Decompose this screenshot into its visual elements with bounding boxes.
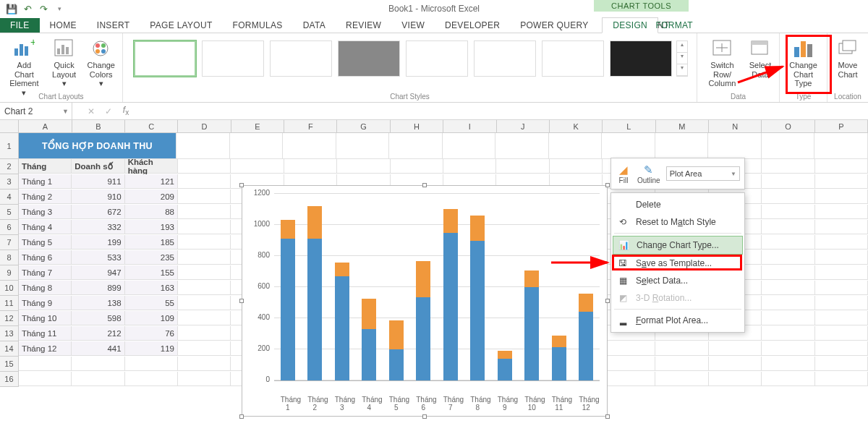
cell[interactable] <box>230 133 284 159</box>
cell[interactable] <box>495 133 549 159</box>
cell[interactable] <box>815 311 868 325</box>
cell[interactable] <box>762 159 814 174</box>
col-header[interactable]: I <box>443 120 496 132</box>
row-header[interactable]: 10 <box>0 281 19 296</box>
cell[interactable]: Tháng 11 <box>19 326 72 341</box>
cell[interactable] <box>178 357 231 371</box>
fx-icon[interactable]: fx <box>117 105 135 116</box>
col-header[interactable]: O <box>762 120 814 132</box>
row-header[interactable]: 13 <box>0 326 19 341</box>
cell[interactable] <box>603 372 655 386</box>
cell[interactable] <box>762 265 814 280</box>
cell[interactable]: Tháng 12 <box>19 341 72 356</box>
cell[interactable] <box>815 341 868 356</box>
cell[interactable]: Tháng 8 <box>19 281 72 295</box>
cell[interactable] <box>762 281 814 295</box>
cell[interactable] <box>815 281 868 295</box>
chart-style-1[interactable] <box>134 41 196 77</box>
row-header[interactable]: 11 <box>0 296 19 311</box>
cell[interactable] <box>655 372 708 386</box>
tab-formulas[interactable]: FORMULAS <box>223 18 293 33</box>
cell[interactable] <box>708 133 762 159</box>
cell[interactable] <box>762 235 814 250</box>
cell[interactable] <box>19 372 72 386</box>
resize-handle[interactable] <box>605 183 610 187</box>
outline-icon[interactable]: ✎ <box>641 163 657 176</box>
cell[interactable] <box>762 296 814 310</box>
row-header[interactable]: 7 <box>0 235 19 250</box>
row-header[interactable]: 2 <box>0 159 19 174</box>
ctx-reset[interactable]: ⟲Reset to Match Style <box>611 213 744 231</box>
row-header[interactable]: 14 <box>0 341 19 357</box>
cell[interactable]: 199 <box>72 235 124 250</box>
cell[interactable] <box>178 235 231 250</box>
cell[interactable]: 163 <box>125 281 178 295</box>
chevron-down-icon[interactable]: ▼ <box>62 108 72 115</box>
cell[interactable] <box>231 159 284 174</box>
bar[interactable] <box>281 220 295 380</box>
cell[interactable] <box>178 189 231 204</box>
cell[interactable]: Tháng 4 <box>19 220 72 234</box>
cell[interactable]: 193 <box>125 220 178 234</box>
cell[interactable] <box>762 205 814 219</box>
cell[interactable]: 332 <box>72 220 124 234</box>
cell[interactable]: 947 <box>72 265 124 280</box>
fill-icon[interactable]: ◢ <box>616 163 631 176</box>
resize-handle[interactable] <box>422 183 427 187</box>
bar[interactable] <box>443 209 458 380</box>
cell[interactable] <box>815 326 868 341</box>
redo-icon[interactable]: ↷ <box>38 3 49 14</box>
row-header[interactable]: 8 <box>0 250 19 265</box>
cell[interactable]: 76 <box>125 326 178 341</box>
cell[interactable]: 212 <box>72 326 124 341</box>
bar[interactable] <box>362 299 376 380</box>
cell[interactable] <box>391 159 443 174</box>
enter-formula-icon[interactable]: ✓ <box>100 106 117 116</box>
cell[interactable] <box>178 205 231 219</box>
switch-row-column-button[interactable]: Switch Row/ Column <box>702 36 743 90</box>
cell[interactable]: Tháng 3 <box>19 205 72 219</box>
bar[interactable] <box>579 294 593 380</box>
cell[interactable] <box>762 189 814 204</box>
chart-style-7[interactable] <box>542 41 604 77</box>
tab-insert[interactable]: INSERT <box>87 18 140 33</box>
name-box[interactable]: Chart 2 ▼ <box>0 103 72 119</box>
cell[interactable]: Tháng <box>19 159 72 174</box>
chart-style-2[interactable] <box>202 41 264 77</box>
cell[interactable]: Tháng 6 <box>19 250 72 265</box>
tab-home[interactable]: HOME <box>40 18 87 33</box>
cell[interactable] <box>815 220 868 234</box>
change-colors-button[interactable]: Change Colors ▾ <box>84 36 118 99</box>
tab-page-layout[interactable]: PAGE LAYOUT <box>140 18 222 33</box>
row-header[interactable]: 16 <box>0 372 19 387</box>
chart-style-6[interactable] <box>474 41 536 77</box>
cell[interactable] <box>178 326 231 341</box>
cell[interactable] <box>178 174 231 189</box>
col-header[interactable]: K <box>550 120 603 132</box>
cell[interactable] <box>762 326 814 341</box>
cell[interactable] <box>283 133 336 159</box>
cell[interactable] <box>72 372 124 386</box>
bar[interactable] <box>307 206 322 380</box>
save-icon[interactable]: 💾 <box>6 3 17 14</box>
cell[interactable] <box>550 159 603 174</box>
undo-icon[interactable]: ↶ <box>22 3 33 14</box>
cell[interactable]: 119 <box>125 341 178 356</box>
chart-style-scroll[interactable]: ▴▾▾ <box>676 41 688 77</box>
cell[interactable]: Tháng 5 <box>19 235 72 250</box>
cell[interactable]: Khách hàng <box>125 159 178 174</box>
cell[interactable]: 138 <box>72 296 124 310</box>
col-header[interactable]: N <box>709 120 762 132</box>
cell[interactable] <box>762 250 814 265</box>
cell[interactable]: Tháng 7 <box>19 265 72 280</box>
col-header[interactable]: M <box>656 120 709 132</box>
add-chart-element-button[interactable]: + Add Chart Element ▾ <box>4 36 44 99</box>
chart-element-select[interactable]: Plot Area ▼ <box>666 166 740 181</box>
cell[interactable] <box>815 174 868 189</box>
row-header[interactable]: 15 <box>0 357 19 372</box>
cell[interactable]: 910 <box>72 189 124 204</box>
cell[interactable]: 911 <box>72 174 124 189</box>
cell[interactable] <box>603 357 655 371</box>
cell[interactable] <box>815 205 868 219</box>
col-header[interactable]: C <box>125 120 178 132</box>
